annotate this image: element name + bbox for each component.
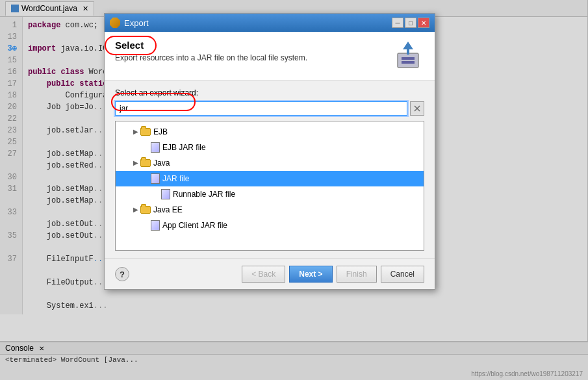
dialog-titlebar: Export ─ □ ✕ bbox=[105, 14, 435, 32]
tree-item-runnable-jar[interactable]: ▶ Runnable JAR file bbox=[116, 186, 424, 202]
svg-rect-2 bbox=[402, 61, 415, 64]
tree-item-java[interactable]: ▶ Java bbox=[116, 155, 424, 171]
java-ee-folder-icon bbox=[140, 206, 151, 214]
app-client-icon bbox=[151, 220, 160, 231]
export-icon-svg bbox=[392, 40, 424, 71]
cancel-button[interactable]: Cancel bbox=[381, 266, 424, 283]
tree-item-ejb[interactable]: ▶ EJB bbox=[116, 124, 424, 140]
dialog-header: Select Export resources into a JAR file … bbox=[105, 32, 435, 81]
ejb-toggle[interactable]: ▶ bbox=[131, 127, 140, 136]
java-folder-icon bbox=[140, 159, 151, 167]
svg-marker-3 bbox=[403, 42, 413, 55]
svg-rect-0 bbox=[398, 53, 418, 68]
ejb-folder-icon bbox=[140, 128, 151, 136]
search-clear-button[interactable] bbox=[410, 101, 424, 116]
dialog-controls: ─ □ ✕ bbox=[392, 18, 429, 28]
dialog-title-text: Export bbox=[124, 18, 149, 28]
dialog-title-left: Export bbox=[110, 18, 149, 28]
dialog-body: Select an export wizard: ▶ EJB ▶ bbox=[105, 81, 435, 259]
java-toggle[interactable]: ▶ bbox=[131, 158, 140, 168]
runnable-jar-icon bbox=[161, 189, 170, 199]
jar-file-icon bbox=[151, 173, 160, 184]
clear-icon bbox=[413, 105, 421, 112]
export-dialog-icon bbox=[110, 18, 120, 28]
back-button[interactable]: < Back bbox=[242, 266, 285, 283]
next-button[interactable]: Next > bbox=[289, 266, 332, 283]
java-label: Java bbox=[153, 157, 170, 170]
footer-left: ? bbox=[115, 267, 129, 281]
finish-button[interactable]: Finish bbox=[337, 266, 377, 283]
footer-right: < Back Next > Finish Cancel bbox=[242, 266, 424, 283]
ejb-jar-icon bbox=[151, 142, 160, 153]
ejb-jar-label: EJB JAR file bbox=[162, 141, 206, 154]
dialog-header-title: Select bbox=[115, 40, 307, 51]
jar-file-label: JAR file bbox=[162, 172, 189, 185]
watermark: https://blog.csdn.net/wo198711203217 bbox=[471, 370, 583, 377]
search-row bbox=[115, 101, 424, 116]
java-ee-label: Java EE bbox=[153, 203, 183, 216]
minimize-button[interactable]: ─ bbox=[392, 18, 403, 28]
search-input[interactable] bbox=[115, 101, 407, 116]
dialog-header-icon bbox=[392, 40, 424, 72]
runnable-jar-label: Runnable JAR file bbox=[173, 188, 235, 201]
svg-rect-1 bbox=[402, 57, 415, 60]
close-button[interactable]: ✕ bbox=[418, 18, 429, 28]
maximize-button[interactable]: □ bbox=[405, 18, 416, 28]
export-dialog: Export ─ □ ✕ Select Export resources int… bbox=[104, 13, 435, 290]
dialog-footer: ? < Back Next > Finish Cancel bbox=[105, 259, 435, 289]
ejb-label: EJB bbox=[153, 125, 168, 138]
tree-item-jar-file[interactable]: ▶ JAR file bbox=[116, 171, 424, 186]
tree-item-ejb-jar[interactable]: ▶ EJB JAR file bbox=[116, 140, 424, 155]
app-client-label: App Client JAR file bbox=[162, 219, 227, 232]
dialog-header-text: Select Export resources into a JAR file … bbox=[115, 40, 307, 62]
java-ee-toggle[interactable]: ▶ bbox=[131, 205, 140, 214]
tree-item-app-client[interactable]: ▶ App Client JAR file bbox=[116, 218, 424, 233]
tree-list[interactable]: ▶ EJB ▶ EJB JAR file ▶ Java ▶ JAR file bbox=[115, 121, 424, 251]
wizard-label: Select an export wizard: bbox=[115, 88, 424, 97]
dialog-header-desc: Export resources into a JAR file on the … bbox=[115, 53, 307, 62]
tree-item-java-ee[interactable]: ▶ Java EE bbox=[116, 202, 424, 218]
help-button[interactable]: ? bbox=[115, 267, 129, 281]
